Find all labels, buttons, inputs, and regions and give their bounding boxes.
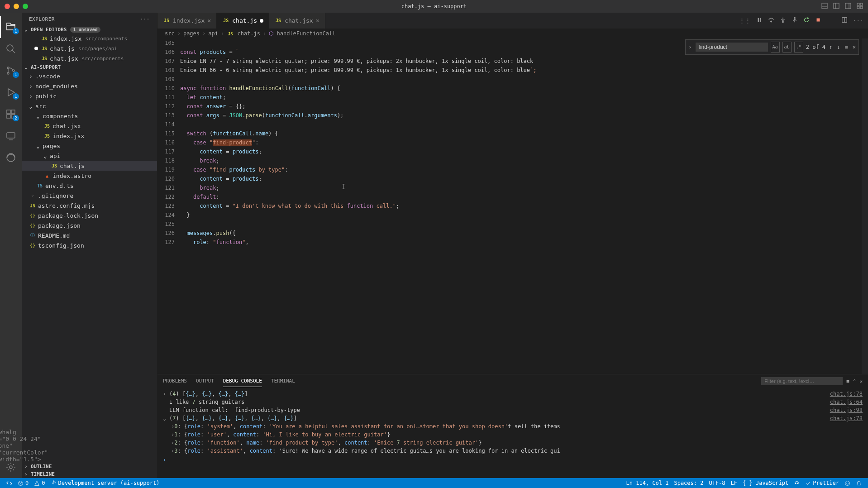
panel-maximize-icon[interactable]: ⌃ bbox=[853, 378, 856, 384]
debug-row[interactable]: ⌄(7) [{…}, {…}, {…}, {…}, {…}, {…}, {…}]… bbox=[163, 414, 863, 422]
panel-settings-icon[interactable]: ≡ bbox=[846, 378, 849, 384]
open-editor-item[interactable]: JSchat.jsxsrc/components bbox=[22, 53, 157, 63]
status-dev-server[interactable]: Development server (ai-support) bbox=[48, 480, 162, 486]
breadcrumb-item[interactable]: ⬡ handleFunctionCall bbox=[269, 30, 335, 37]
status-encoding[interactable]: UTF-8 bbox=[706, 480, 728, 486]
debug-source-link[interactable]: chat.js:64 bbox=[830, 398, 863, 406]
project-header[interactable]: AI-SUPPORT bbox=[22, 63, 157, 71]
tree-file[interactable]: JSastro.config.mjs bbox=[22, 201, 157, 211]
split-editor-icon[interactable] bbox=[841, 17, 848, 24]
tree-folder[interactable]: api bbox=[22, 151, 157, 161]
find-case-toggle[interactable]: Aa bbox=[771, 42, 780, 53]
tree-file[interactable]: JSchat.js bbox=[22, 161, 157, 171]
tree-file[interactable]: JSchat.jsx bbox=[22, 121, 157, 131]
minimize-window-button[interactable] bbox=[14, 4, 19, 9]
tree-file[interactable]: ◦.gitignore bbox=[22, 191, 157, 201]
status-copilot[interactable] bbox=[791, 480, 802, 486]
stop-icon[interactable] bbox=[815, 17, 821, 24]
step-over-icon[interactable] bbox=[768, 17, 774, 24]
find-regex-toggle[interactable]: .* bbox=[794, 42, 803, 53]
find-expand-icon[interactable]: › bbox=[687, 43, 692, 52]
code-content[interactable]: const products = `Enice EN 77 - 7 string… bbox=[180, 38, 868, 374]
tree-file[interactable]: JSindex.jsx bbox=[22, 131, 157, 141]
more-icon[interactable]: ··· bbox=[853, 17, 863, 24]
breadcrumb[interactable]: srcpagesapiJS chat.js⬡ handleFunctionCal… bbox=[157, 29, 868, 38]
activity-source-control[interactable]: 1 bbox=[0, 60, 22, 81]
step-out-icon[interactable] bbox=[792, 17, 798, 24]
status-indent[interactable]: Spaces: 2 bbox=[671, 480, 706, 486]
editor-tab[interactable]: JSindex.jsx✕ bbox=[157, 13, 217, 29]
status-feedback-icon[interactable] bbox=[842, 480, 853, 486]
tree-file[interactable]: {}package.json bbox=[22, 220, 157, 230]
tree-folder[interactable]: .vscode bbox=[22, 71, 157, 81]
close-tab-icon[interactable]: ✕ bbox=[207, 17, 211, 24]
debug-row[interactable]: › 2: {role: 'function', name: 'find-prod… bbox=[163, 439, 863, 447]
debug-row[interactable]: › 3: {role: 'assistant', content: 'Sure!… bbox=[163, 447, 863, 455]
find-selection-icon[interactable]: ≡ bbox=[844, 43, 849, 52]
status-remote[interactable] bbox=[4, 480, 15, 486]
tree-folder[interactable]: pages bbox=[22, 141, 157, 151]
tree-file[interactable]: TSenv.d.ts bbox=[22, 181, 157, 191]
expand-chevron-icon[interactable]: › bbox=[163, 431, 171, 439]
status-language[interactable]: { } JavaScript bbox=[740, 480, 791, 486]
pause-icon[interactable] bbox=[756, 17, 763, 24]
drag-handle-icon[interactable]: ⋮⋮ bbox=[739, 17, 751, 24]
activity-edge[interactable] bbox=[0, 147, 22, 168]
timeline-header[interactable]: TIMELINE bbox=[22, 470, 157, 478]
panel-tab[interactable]: PROBLEMS bbox=[163, 375, 187, 387]
editor-body[interactable]: 1051061071081091101111121131141151161171… bbox=[157, 38, 868, 374]
outline-header[interactable]: OUTLINE bbox=[22, 463, 157, 470]
open-editor-item[interactable]: JSchat.jssrc/pages/api bbox=[22, 43, 157, 53]
expand-chevron-icon[interactable] bbox=[163, 406, 169, 414]
activity-explorer[interactable]: 1 bbox=[0, 16, 22, 38]
tree-folder[interactable]: components bbox=[22, 111, 157, 121]
find-prev-icon[interactable]: ↑ bbox=[828, 43, 833, 52]
layout-customize-icon[interactable] bbox=[856, 2, 863, 11]
debug-source-link[interactable]: chat.js:78 bbox=[830, 414, 863, 422]
layout-panel-icon[interactable] bbox=[821, 2, 828, 11]
expand-chevron-icon[interactable] bbox=[163, 398, 169, 406]
status-eol[interactable]: LF bbox=[728, 480, 740, 486]
find-next-icon[interactable]: ↓ bbox=[836, 43, 841, 52]
close-tab-icon[interactable]: ✕ bbox=[316, 17, 320, 24]
breadcrumb-item[interactable]: pages bbox=[183, 30, 200, 37]
expand-chevron-icon[interactable]: › bbox=[163, 439, 171, 447]
status-errors[interactable]: 0 bbox=[15, 480, 31, 486]
expand-chevron-icon[interactable]: › bbox=[163, 390, 169, 398]
sidebar-more-icon[interactable]: ··· bbox=[140, 16, 150, 22]
activity-account[interactable]: < g viewhalg viewBox="0 0 24 24" fill="n… bbox=[0, 435, 22, 456]
debug-console-input[interactable] bbox=[163, 455, 863, 465]
debug-row[interactable]: ›(4) [{…}, {…}, {…}, {…}]chat.js:78 bbox=[163, 390, 863, 398]
debug-console-output[interactable]: ›(4) [{…}, {…}, {…}, {…}]chat.js:78I lik… bbox=[157, 388, 868, 478]
tree-file[interactable]: ▲index.astro bbox=[22, 171, 157, 181]
status-prettier[interactable]: Prettier bbox=[802, 480, 842, 486]
expand-chevron-icon[interactable]: ⌄ bbox=[163, 414, 169, 422]
find-word-toggle[interactable]: ab bbox=[782, 42, 792, 53]
editor-tab[interactable]: JSchat.jsx✕ bbox=[269, 13, 325, 29]
tree-file[interactable]: {}tsconfig.json bbox=[22, 240, 157, 250]
tree-folder[interactable]: node_modules bbox=[22, 81, 157, 91]
activity-search[interactable] bbox=[0, 38, 22, 60]
find-close-icon[interactable]: ✕ bbox=[852, 43, 857, 52]
breadcrumb-item[interactable]: JS chat.js bbox=[227, 30, 260, 37]
layout-sidebar-right-icon[interactable] bbox=[844, 2, 852, 11]
tree-folder[interactable]: src bbox=[22, 101, 157, 111]
debug-row[interactable]: LLM function call: find-product-by-typec… bbox=[163, 406, 863, 414]
breadcrumb-item[interactable]: api bbox=[208, 30, 218, 37]
debug-row[interactable]: › 0: {role: 'system', content: 'You are … bbox=[163, 422, 863, 431]
minimap[interactable] bbox=[862, 38, 868, 374]
panel-tab[interactable]: TERMINAL bbox=[271, 375, 295, 387]
restart-icon[interactable] bbox=[803, 17, 810, 24]
status-cursor-pos[interactable]: Ln 114, Col 1 bbox=[624, 480, 672, 486]
tree-folder[interactable]: public bbox=[22, 91, 157, 101]
expand-chevron-icon[interactable]: › bbox=[163, 447, 171, 455]
panel-tab[interactable]: OUTPUT bbox=[196, 375, 214, 387]
activity-debug[interactable]: 1 bbox=[0, 81, 22, 103]
status-warnings[interactable]: 0 bbox=[31, 480, 48, 486]
debug-source-link[interactable]: chat.js:78 bbox=[830, 390, 863, 398]
activity-extensions[interactable]: 2 bbox=[0, 103, 22, 125]
open-editors-header[interactable]: OPEN EDITORS 1 unsaved bbox=[22, 26, 157, 33]
panel-tab[interactable]: DEBUG CONSOLE bbox=[223, 375, 262, 387]
panel-close-icon[interactable]: ✕ bbox=[859, 378, 863, 384]
breadcrumb-item[interactable]: src bbox=[165, 30, 175, 37]
